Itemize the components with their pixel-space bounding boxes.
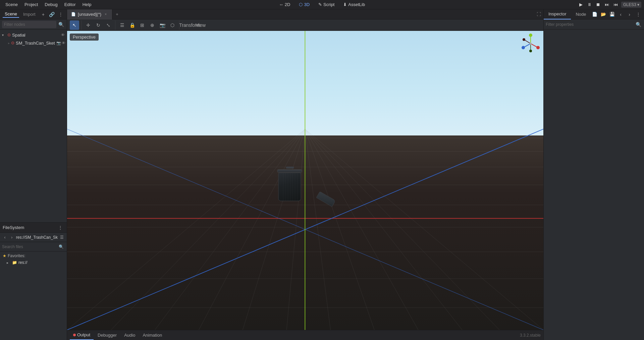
trashcan-visibility-icon[interactable]: 👁 — [62, 41, 65, 45]
lock-tool-button[interactable]: 🔒 — [127, 20, 137, 30]
menu-bar: Scene Project Debug Editor Help ↔ 2D ⬡ 3… — [0, 0, 644, 9]
center-area: 📄 [unsaved](*) × + ⛶ ↖ ✛ ↻ ⤡ ☰ 🔒 ⊞ ⊕ 📷 — [67, 9, 543, 340]
fs-layout-button[interactable]: ☰ — [59, 234, 65, 241]
trashcan-handle — [286, 167, 294, 169]
menu-help[interactable]: Help — [80, 1, 94, 8]
fs-tree: ★ Favorites: ▸ 📁 res:// — [0, 251, 67, 340]
right-new-script-icon[interactable]: 📄 — [591, 11, 598, 18]
favorites-label: Favorites: — [8, 253, 25, 258]
gizmo-svg — [521, 34, 541, 54]
fs-forward-button[interactable]: › — [9, 234, 15, 241]
tab-add-button[interactable]: + — [112, 9, 122, 19]
mode-3d-button[interactable]: ⬡ 3D — [296, 1, 312, 8]
spatial-actions: 👁 — [61, 33, 65, 37]
tab-expand-button[interactable]: ⛶ — [534, 9, 543, 19]
tree-item-spatial[interactable]: ▾ ⊙ Spatial 👁 — [0, 31, 67, 39]
menu-project[interactable]: Project — [22, 1, 41, 8]
tree-item-trashcan[interactable]: ▸ ⊙ SM_TrashCan_Sket 📷 👁 — [0, 39, 67, 47]
transform-menu-button[interactable]: Transform — [185, 20, 195, 30]
folder-icon: 📁 — [12, 260, 17, 265]
camera-tool-button[interactable]: 📷 — [158, 20, 167, 30]
right-more-button[interactable]: ⋮ — [635, 11, 642, 18]
3d-label: 3D — [304, 2, 310, 7]
list-tool-button[interactable]: ☰ — [117, 20, 127, 30]
fs-item-res[interactable]: ▸ 📁 res:// — [0, 259, 67, 266]
assetlib-button[interactable]: ⬇ AssetLib — [340, 1, 368, 8]
add-node-button[interactable]: + — [40, 11, 47, 18]
scale-tool-button[interactable]: ⤡ — [104, 20, 113, 30]
tab-import[interactable]: Import — [21, 11, 38, 17]
pause-button[interactable]: ⏸ — [586, 1, 593, 8]
filter-nodes-input[interactable] — [2, 21, 56, 28]
viewport[interactable]: Perspective — [67, 31, 543, 330]
fs-path: res://SM_TrashCan_Sk — [16, 235, 58, 240]
fs-res-label: res:// — [18, 260, 28, 265]
search-files-input[interactable] — [2, 244, 56, 249]
step-button[interactable]: ⏭ — [604, 1, 610, 8]
fs-more-button[interactable]: ⋮ — [57, 224, 64, 231]
bottom-tab-debugger[interactable]: Debugger — [94, 331, 120, 340]
select-tool-button[interactable]: ↖ — [70, 20, 79, 30]
bone-tool-button[interactable]: ⬡ — [168, 20, 177, 30]
svg-point-30 — [522, 46, 525, 49]
fs-back-button[interactable]: ‹ — [2, 234, 8, 241]
spatial-visibility-icon[interactable]: 👁 — [61, 33, 65, 37]
stop-button[interactable]: ⏹ — [595, 1, 602, 8]
svg-point-35 — [530, 43, 532, 45]
tree-arrow-spatial: ▾ — [2, 33, 6, 37]
2d-label: 2D — [285, 2, 290, 7]
grid-tool-button[interactable]: ⊞ — [138, 20, 147, 30]
mode-2d-button[interactable]: ↔ 2D — [276, 1, 293, 8]
left-panel: Scene Import + 🔗 ⋮ 🔍 ▾ ⊙ Spatial — [0, 9, 67, 340]
fs-search-icon[interactable]: 🔍 — [57, 243, 65, 250]
right-save-icon[interactable]: 💾 — [608, 11, 616, 18]
svg-point-28 — [536, 46, 540, 49]
gles-selector[interactable]: GLES3 ▾ — [621, 2, 641, 8]
assetlib-label: AssetLib — [348, 2, 365, 7]
orientation-gizmo[interactable] — [521, 34, 541, 54]
fs-favorites-section: ★ Favorites: — [0, 253, 67, 259]
view-menu-button[interactable]: View — [196, 20, 205, 30]
move-tool-button[interactable]: ✛ — [84, 20, 93, 30]
tab-node[interactable]: Node — [571, 9, 591, 19]
trashcan-actions: 📷 👁 — [56, 41, 65, 45]
debug-button[interactable]: ⏮ — [612, 1, 619, 8]
filter-search-icon[interactable]: 🔍 — [58, 21, 65, 28]
menu-scene[interactable]: Scene — [3, 1, 20, 8]
menu-editor[interactable]: Editor — [62, 1, 78, 8]
right-prev-button[interactable]: ‹ — [617, 11, 625, 18]
script-button[interactable]: ✎ Script — [316, 1, 337, 8]
perspective-label: Perspective — [70, 34, 99, 41]
bottom-tab-audio[interactable]: Audio — [121, 331, 139, 340]
right-filter-row: 🔍 — [544, 19, 644, 30]
link-button[interactable]: 🔗 — [48, 11, 56, 18]
debugger-label: Debugger — [98, 333, 117, 338]
right-filter-icon[interactable]: 🔍 — [635, 21, 642, 28]
tab-inspector[interactable]: Inspector — [544, 9, 571, 19]
trashcan-rim — [277, 169, 302, 173]
scene-panel: Scene Import + 🔗 ⋮ 🔍 ▾ ⊙ Spatial — [0, 9, 67, 223]
svg-point-26 — [529, 34, 532, 37]
trashcan-main — [278, 173, 301, 201]
right-open-icon[interactable]: 📂 — [600, 11, 607, 18]
filter-properties-input[interactable] — [546, 22, 635, 27]
rotate-tool-button[interactable]: ↻ — [94, 20, 103, 30]
more-options-button[interactable]: ⋮ — [57, 11, 64, 18]
assetlib-icon: ⬇ — [343, 2, 347, 7]
right-panel-tabs: Inspector Node 📄 📂 💾 ‹ › ⋮ — [544, 9, 644, 19]
audio-label: Audio — [124, 333, 135, 338]
tab-close-button[interactable]: × — [103, 12, 108, 17]
tab-scene[interactable]: Scene — [3, 11, 19, 18]
bottom-tab-output[interactable]: Output — [70, 331, 94, 340]
trashcan-camera-icon[interactable]: 📷 — [56, 41, 61, 45]
ground — [67, 135, 543, 330]
menu-debug[interactable]: Debug — [42, 1, 60, 8]
tab-unsaved[interactable]: 📄 [unsaved](*) × — [67, 9, 112, 19]
spatial-icon: ⊙ — [7, 33, 11, 37]
snap-tool-button[interactable]: ⊕ — [148, 20, 157, 30]
right-next-button[interactable]: › — [626, 11, 633, 18]
scene-panel-header: Scene Import + 🔗 ⋮ — [0, 9, 67, 19]
play-button[interactable]: ▶ — [578, 1, 584, 8]
right-panel: Inspector Node 📄 📂 💾 ‹ › ⋮ 🔍 — [543, 9, 644, 340]
bottom-tab-animation[interactable]: Animation — [139, 331, 165, 340]
